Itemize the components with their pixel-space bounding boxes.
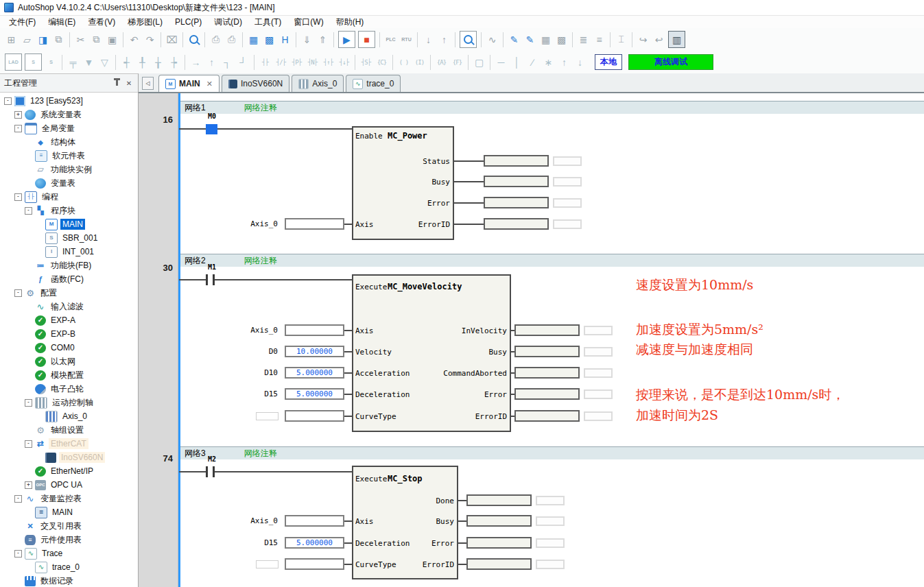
expand-icon[interactable]: +: [25, 481, 32, 489]
coil-f-button[interactable]: {F}: [449, 54, 465, 70]
insert-rung-button[interactable]: ┽: [119, 54, 134, 70]
tree-item--[interactable]: +系统变量表: [0, 108, 138, 121]
tree-item-com0[interactable]: -✓COM0: [0, 341, 138, 355]
wire-right-button[interactable]: →: [188, 54, 204, 70]
online-edit-button[interactable]: ✎: [522, 32, 538, 47]
delete-hline-button[interactable]: ∕: [525, 54, 541, 70]
undo-button[interactable]: ↶: [126, 32, 142, 47]
tree-item--[interactable]: -全局变量: [0, 121, 138, 135]
output-monitor-box[interactable]: [584, 390, 613, 399]
coil-a-button[interactable]: {A}: [434, 54, 449, 70]
sfc-view-button[interactable]: S: [25, 53, 42, 71]
download-program-button[interactable]: ⇓: [299, 32, 315, 47]
collapse-icon[interactable]: -: [14, 495, 22, 503]
output-value-box[interactable]: [484, 218, 549, 230]
tab-trace_0[interactable]: ∿trace_0: [346, 75, 401, 92]
tree-item--[interactable]: -≡软元件表: [0, 149, 138, 163]
network-comment[interactable]: 网络注释: [244, 448, 277, 459]
menu-item-4[interactable]: 梯形图(L): [121, 16, 169, 29]
tree-item--[interactable]: -电子凸轮: [0, 382, 138, 396]
tree-item--[interactable]: -✓模块配置: [0, 368, 138, 382]
collapse-icon[interactable]: -: [14, 550, 22, 558]
output-value-box[interactable]: [466, 558, 532, 570]
output-value-box[interactable]: [484, 197, 549, 208]
tree-item-main[interactable]: -MMAIN: [0, 217, 138, 231]
output-value-box[interactable]: [514, 410, 580, 422]
print-button[interactable]: ⎙: [224, 32, 239, 47]
close-panel-icon[interactable]: ✕: [124, 78, 134, 88]
output-monitor-box[interactable]: [536, 538, 565, 548]
tree-item-ethernet-ip[interactable]: -✓EtherNet/IP: [0, 464, 138, 478]
download-button[interactable]: ↓: [420, 32, 436, 47]
output-value-box[interactable]: [514, 388, 580, 400]
menu-item-2[interactable]: 编辑(E): [42, 16, 82, 29]
move-up-button[interactable]: ↑: [556, 54, 572, 70]
output-monitor-box[interactable]: [584, 326, 613, 335]
print-preview-button[interactable]: ⎙: [208, 32, 224, 47]
window-switch-button[interactable]: ▥: [668, 31, 685, 48]
output-monitor-box[interactable]: [584, 368, 613, 378]
expand-icon[interactable]: +: [14, 111, 22, 119]
draw-vline-button[interactable]: │: [509, 54, 525, 70]
insert-divider-button[interactable]: ╤: [65, 54, 81, 70]
output-monitor-box[interactable]: [536, 496, 565, 505]
save-all-button[interactable]: ⧉: [51, 32, 67, 47]
tree-item-exp-b[interactable]: -✓EXP-B: [0, 327, 138, 341]
input-value-box[interactable]: 5.000000: [285, 367, 344, 379]
menu-item-5[interactable]: PLC(P): [169, 16, 208, 27]
coil-button[interactable]: ( ): [396, 54, 412, 70]
output-value-box[interactable]: [484, 155, 549, 167]
contact-falling-button[interactable]: ┤↓├: [336, 54, 352, 70]
compile-all-button[interactable]: ▩: [261, 32, 277, 47]
tree-item--[interactable]: -运动控制轴: [0, 396, 138, 409]
wire-corner-down-button[interactable]: ┐: [220, 54, 235, 70]
tree-item--[interactable]: -∿输入滤波: [0, 300, 138, 313]
wire-corner-up-button[interactable]: ┘: [235, 54, 251, 70]
tree-item-sbr-001[interactable]: -SSBR_001: [0, 231, 138, 245]
tree-item-exp-a[interactable]: -✓EXP-A: [0, 313, 138, 327]
coil-c-button[interactable]: {C}: [374, 54, 390, 70]
tree-item--[interactable]: -◆结构体: [0, 135, 138, 149]
output-monitor-box[interactable]: [553, 156, 582, 166]
function-block-button[interactable]: ▢: [471, 54, 487, 70]
insert-branch-button[interactable]: ╁: [150, 54, 166, 70]
output-monitor-box[interactable]: [584, 347, 613, 357]
device-plug-button[interactable]: ⌶: [613, 32, 629, 47]
menu-item-1[interactable]: 文件(F): [3, 16, 42, 29]
network-comment[interactable]: 网络注释: [244, 255, 277, 267]
stop-button[interactable]: ■: [358, 31, 375, 48]
oscilloscope-button[interactable]: ∿: [484, 32, 500, 47]
ladder-convert-button[interactable]: H: [277, 32, 293, 47]
tree-item--[interactable]: -数据记录: [0, 574, 138, 587]
delete-button[interactable]: ⌧: [164, 32, 180, 47]
tab-main[interactable]: MMAIN✕: [158, 75, 220, 92]
copy-button[interactable]: ⧉: [88, 32, 104, 47]
contact-n-button[interactable]: ┤N├: [305, 54, 320, 70]
contact-p-button[interactable]: ┤P├: [289, 54, 305, 70]
tab-scroll-left-button[interactable]: ◁: [142, 77, 154, 90]
input-value-box[interactable]: 10.00000: [285, 346, 344, 357]
contact-no-button[interactable]: ┤├: [257, 54, 273, 70]
tab-inosv660n[interactable]: InoSV660N: [222, 75, 289, 92]
menu-item-3[interactable]: 查看(V): [82, 16, 121, 29]
append-branch-button[interactable]: ┾: [166, 54, 182, 70]
pin-icon[interactable]: [112, 78, 121, 88]
output-value-box[interactable]: [514, 346, 580, 357]
menu-item-7[interactable]: 工具(T): [248, 16, 287, 29]
plc-mode-button[interactable]: PLC: [383, 32, 399, 47]
jump-out-button[interactable]: ↩: [651, 32, 667, 47]
tree-item--[interactable]: -⚙配置: [0, 286, 138, 300]
collapse-icon[interactable]: -: [25, 440, 32, 448]
collapse-icon[interactable]: -: [25, 207, 32, 215]
output-value-box[interactable]: [466, 494, 532, 506]
coil-not-button[interactable]: (I): [412, 54, 427, 70]
find-button[interactable]: [186, 32, 202, 47]
contact-rising-button[interactable]: ┤↑├: [320, 54, 336, 70]
contact-set-button[interactable]: ┤S├: [358, 54, 374, 70]
align-horizontal-button[interactable]: ≣: [576, 32, 591, 47]
output-value-box[interactable]: [514, 324, 580, 336]
local-mode-button[interactable]: 本地: [595, 54, 622, 70]
append-rung-button[interactable]: ╀: [134, 54, 150, 70]
input-value-box[interactable]: 5.000000: [285, 537, 344, 549]
tree-item--[interactable]: -┤├编程: [0, 190, 138, 204]
